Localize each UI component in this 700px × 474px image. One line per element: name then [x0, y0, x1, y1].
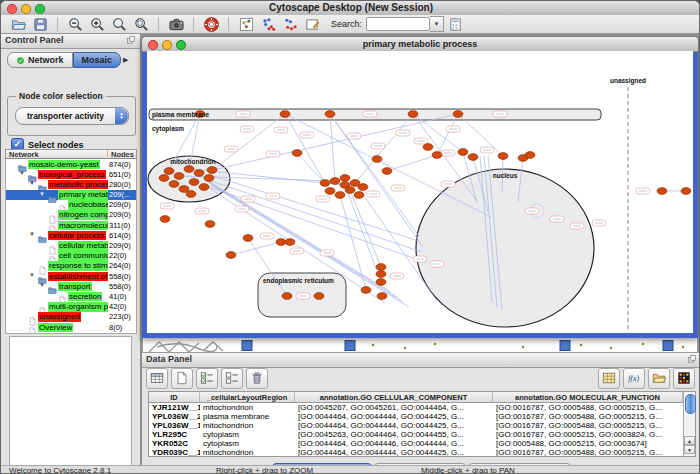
disclosure-triangle-icon[interactable]: ▼ [29, 272, 35, 278]
search-input[interactable] [366, 17, 430, 31]
delete-attribute-icon[interactable] [246, 368, 268, 389]
network-edge[interactable] [330, 114, 335, 181]
network-node[interactable] [376, 279, 386, 286]
network-node[interactable] [174, 173, 184, 180]
network-node[interactable] [160, 216, 170, 223]
network-node[interactable] [376, 264, 386, 271]
network-node[interactable] [169, 181, 179, 188]
tab-network[interactable]: Network [7, 52, 73, 68]
network-overview-icon[interactable] [237, 16, 255, 33]
table-row[interactable]: YPL036W__2plasma membrane[GO:0044464, GO… [149, 412, 683, 421]
disclosure-triangle-icon[interactable]: ▼ [19, 170, 25, 176]
import-attributes-icon[interactable] [648, 368, 670, 389]
disclosure-triangle-icon[interactable]: ▼ [39, 191, 45, 197]
tree-row[interactable]: ▼transport558(0) [6, 281, 136, 291]
network-node[interactable] [199, 184, 209, 191]
table-row[interactable]: YKR052Ccytoplasm[GO:0044464, GO:0044446,… [149, 439, 683, 448]
network-node[interactable] [320, 180, 330, 187]
tree-row[interactable]: ▼primary metabo209(... [6, 190, 136, 200]
table-row[interactable]: YPL036W__1mitochondrion[GO:0044464, GO:0… [149, 421, 683, 430]
tab-mosaic[interactable]: Mosaic [73, 52, 122, 68]
network-node[interactable] [382, 168, 392, 175]
network-node[interactable] [525, 152, 535, 159]
tree-row[interactable]: cellular metabo209(0) [6, 241, 136, 251]
search-dropdown-icon[interactable]: ▼ [430, 16, 444, 32]
network-node[interactable] [423, 144, 433, 151]
network-node[interactable] [681, 188, 691, 195]
tree-row[interactable]: cell communicat22(0) [6, 251, 136, 261]
scroll-down-icon[interactable]: ▼ [684, 445, 695, 454]
zoom-selected-icon[interactable] [132, 16, 150, 33]
network-node[interactable] [226, 252, 236, 259]
network-edge[interactable] [413, 114, 477, 201]
network-edge[interactable] [209, 114, 285, 173]
unselect-all-attributes-icon[interactable] [221, 368, 243, 389]
tree-row[interactable]: ▼establishment of lo558(0) [6, 271, 136, 281]
function-builder-icon[interactable]: f(x) [623, 368, 645, 389]
network-node[interactable] [354, 192, 364, 199]
network-edge[interactable] [231, 242, 281, 255]
network-node[interactable] [376, 271, 386, 278]
network-node[interactable] [184, 166, 194, 173]
network-node[interactable] [204, 175, 214, 182]
network-node[interactable] [292, 150, 302, 157]
network-frame-titlebar[interactable]: primary metabolic process [142, 37, 698, 52]
network-node[interactable] [207, 167, 217, 174]
snapshot-icon[interactable] [167, 16, 185, 33]
table-row[interactable]: YLR295Ccytoplasm[GO:0045263, GO:0044464,… [149, 430, 683, 439]
network-node[interactable] [498, 153, 508, 160]
network-node[interactable] [282, 293, 292, 300]
tree-row[interactable]: ▼cellular process614(0) [6, 230, 136, 240]
network-node[interactable] [186, 191, 196, 198]
network-node[interactable] [340, 175, 350, 182]
network-canvas[interactable]: plasma membranecytoplasmmitochondrionnuc… [147, 51, 693, 333]
network-node[interactable] [458, 149, 468, 156]
scrollbar-thumb[interactable] [685, 394, 696, 414]
float-panel-icon[interactable] [687, 354, 698, 364]
tree-row[interactable]: unassigned223(0) [6, 312, 136, 322]
network-node[interactable] [468, 154, 478, 161]
scroll-up-icon[interactable]: ▲ [684, 436, 695, 445]
attribute-matrix-icon[interactable] [598, 368, 620, 389]
disclosure-triangle-icon[interactable]: ▼ [39, 282, 45, 288]
network-node[interactable] [657, 188, 667, 195]
tree-row[interactable]: mosaic-demo-yeast874(0) [6, 159, 136, 169]
save-session-icon[interactable] [31, 16, 49, 33]
column-header[interactable]: ID [149, 392, 200, 402]
network-node[interactable] [432, 152, 442, 159]
network-node[interactable] [164, 168, 174, 175]
network-node[interactable] [372, 156, 382, 163]
network-node[interactable] [285, 239, 295, 246]
tree-row[interactable]: Overview8(0) [6, 322, 136, 332]
help-ring-icon[interactable] [202, 16, 220, 33]
window-titlebar[interactable]: Cytoscape Desktop (New Session) [1, 1, 700, 16]
create-view-icon-1[interactable] [259, 16, 277, 33]
network-node[interactable] [314, 293, 324, 300]
network-edge[interactable] [211, 181, 422, 252]
network-node[interactable] [335, 192, 345, 199]
annotation-icon[interactable] [303, 16, 321, 33]
tree-row[interactable]: ▼biological_process651(0) [6, 169, 136, 179]
network-edge[interactable] [297, 153, 325, 183]
new-attribute-icon[interactable] [171, 368, 193, 389]
table-scrollbar[interactable]: ▲ ▼ [683, 392, 695, 456]
heatmap-icon[interactable] [673, 368, 695, 389]
tree-row[interactable]: multi-organism pro42(0) [6, 302, 136, 312]
zoom-out-icon[interactable] [66, 16, 84, 33]
tree-row[interactable]: secretion41(0) [6, 291, 136, 301]
network-node[interactable] [276, 239, 286, 246]
network-node[interactable] [205, 221, 215, 228]
network-node[interactable] [453, 111, 463, 118]
network-node[interactable] [280, 111, 290, 118]
network-node[interactable] [325, 188, 335, 195]
network-node[interactable] [330, 178, 340, 185]
column-header[interactable]: annotation.GO MOLECULAR_FUNCTION [493, 392, 683, 402]
network-edge[interactable] [350, 190, 381, 267]
network-node[interactable] [361, 287, 371, 294]
network-node[interactable] [159, 175, 169, 182]
zoom-fit-icon[interactable] [110, 16, 128, 33]
tree-row[interactable]: ▼metabolic process280(0) [6, 179, 136, 189]
column-header[interactable]: _cellularLayoutRegion [200, 392, 295, 402]
open-session-icon[interactable] [9, 16, 27, 33]
network-node[interactable] [358, 184, 368, 191]
